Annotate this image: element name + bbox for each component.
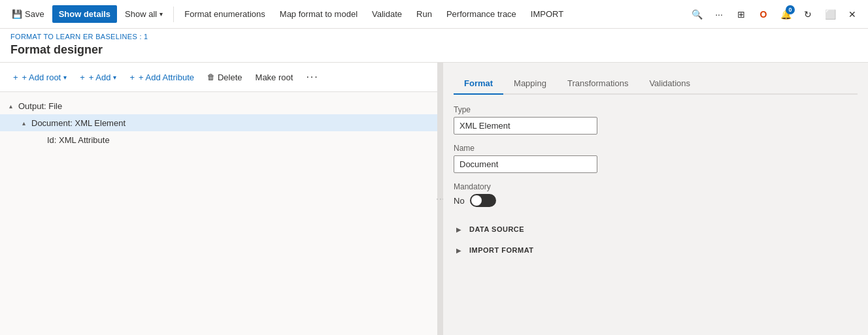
show-details-button[interactable]: Show details bbox=[52, 5, 117, 23]
tree-label-id: Id: XML Attribute bbox=[47, 135, 110, 145]
save-icon: 💾 bbox=[12, 9, 22, 19]
add-root-button[interactable]: + + Add root ▾ bbox=[8, 69, 72, 86]
action-toolbar: + + Add root ▾ + + Add ▾ + + Add Attribu… bbox=[0, 63, 437, 92]
tab-validations[interactable]: Validations bbox=[639, 73, 701, 95]
close-icon: ✕ bbox=[848, 9, 856, 20]
more-icon: ··· bbox=[715, 9, 723, 20]
add-chevron-icon: ▾ bbox=[113, 74, 116, 81]
notification-button[interactable]: 🔔 0 bbox=[775, 4, 796, 25]
left-panel: + + Add root ▾ + + Add ▾ + + Add Attribu… bbox=[0, 63, 438, 335]
show-all-button[interactable]: Show all ▾ bbox=[118, 5, 169, 23]
add-root-chevron-icon: ▾ bbox=[63, 74, 67, 81]
office-button[interactable]: O bbox=[753, 4, 774, 25]
name-field-group: Name bbox=[454, 144, 858, 173]
office-icon: O bbox=[760, 9, 767, 20]
tree-item-document[interactable]: ▴ Document: XML Element bbox=[0, 114, 437, 131]
more-actions-button[interactable]: ··· bbox=[301, 68, 324, 86]
panel-resize-handle[interactable]: ⋮ bbox=[438, 63, 443, 335]
mandatory-toggle[interactable] bbox=[470, 194, 496, 207]
toggle-knob bbox=[471, 195, 482, 206]
type-input[interactable] bbox=[454, 117, 597, 135]
notification-badge: 0 bbox=[786, 5, 795, 14]
validate-button[interactable]: Validate bbox=[365, 5, 409, 23]
app-container: 💾 Save Show details Show all ▾ Format en… bbox=[0, 0, 868, 335]
tab-bar: Format Mapping Transformations Validatio… bbox=[454, 73, 858, 95]
add-icon: + bbox=[80, 72, 85, 82]
close-button[interactable]: ✕ bbox=[842, 4, 863, 25]
map-format-button[interactable]: Map format to model bbox=[273, 5, 364, 23]
add-root-icon: + bbox=[13, 72, 18, 82]
data-source-chevron-icon: ▶ bbox=[456, 226, 464, 233]
page-title: Format designer bbox=[10, 40, 858, 62]
tab-mapping[interactable]: Mapping bbox=[503, 73, 557, 95]
chevron-down-icon: ▾ bbox=[159, 10, 163, 18]
mandatory-toggle-label: No bbox=[454, 196, 465, 206]
more-options-button[interactable]: ··· bbox=[709, 4, 729, 25]
name-input[interactable] bbox=[454, 155, 597, 173]
tree-label-document: Document: XML Element bbox=[31, 118, 125, 128]
delete-button[interactable]: 🗑 Delete bbox=[202, 69, 248, 86]
mandatory-label: Mandatory bbox=[454, 182, 858, 191]
tab-transformations[interactable]: Transformations bbox=[557, 73, 639, 95]
type-field-group: Type bbox=[454, 105, 858, 135]
type-label: Type bbox=[454, 105, 858, 114]
grid-icon: ⊞ bbox=[737, 9, 745, 20]
restore-button[interactable]: ⬜ bbox=[820, 4, 841, 25]
search-button[interactable]: 🔍 bbox=[686, 4, 707, 25]
format-enumerations-button[interactable]: Format enumerations bbox=[178, 5, 272, 23]
panels-row: + + Add root ▾ + + Add ▾ + + Add Attribu… bbox=[0, 63, 868, 335]
data-source-section: ▶ DATA SOURCE bbox=[454, 221, 858, 237]
add-attribute-icon: + bbox=[129, 72, 135, 82]
separator-1 bbox=[173, 7, 174, 22]
tab-format[interactable]: Format bbox=[454, 73, 503, 95]
import-format-section: ▶ IMPORT FORMAT bbox=[454, 242, 858, 258]
grid-button[interactable]: ⊞ bbox=[731, 4, 752, 25]
mandatory-field-group: Mandatory No bbox=[454, 182, 858, 207]
expand-icon-id bbox=[34, 135, 44, 145]
performance-trace-button[interactable]: Performance trace bbox=[440, 5, 523, 23]
run-button[interactable]: Run bbox=[410, 5, 439, 23]
tree-label-output-file: Output: File bbox=[18, 101, 62, 111]
restore-icon: ⬜ bbox=[825, 9, 836, 20]
save-button[interactable]: 💾 Save bbox=[5, 5, 51, 23]
expand-icon-output: ▴ bbox=[5, 101, 16, 111]
import-format-chevron-icon: ▶ bbox=[456, 247, 464, 254]
refresh-button[interactable]: ↻ bbox=[797, 4, 818, 25]
delete-icon: 🗑 bbox=[207, 72, 215, 82]
breadcrumb-bar: FORMAT TO LEARN ER BASELINES : 1 Format … bbox=[0, 29, 868, 63]
right-panel: Format Mapping Transformations Validatio… bbox=[443, 63, 868, 335]
import-format-title: IMPORT FORMAT bbox=[469, 246, 534, 254]
tree: ▴ Output: File ▴ Document: XML Element I… bbox=[0, 92, 437, 335]
make-root-button[interactable]: Make root bbox=[250, 69, 299, 86]
tree-item-output-file[interactable]: ▴ Output: File bbox=[0, 97, 437, 114]
data-source-title: DATA SOURCE bbox=[469, 225, 524, 233]
expand-icon-document: ▴ bbox=[18, 118, 29, 128]
add-attribute-button[interactable]: + + Add Attribute bbox=[124, 69, 199, 86]
name-label: Name bbox=[454, 144, 858, 153]
add-button[interactable]: + + Add ▾ bbox=[75, 69, 122, 86]
import-format-header[interactable]: ▶ IMPORT FORMAT bbox=[454, 242, 858, 258]
data-source-header[interactable]: ▶ DATA SOURCE bbox=[454, 221, 858, 237]
tree-item-id[interactable]: Id: XML Attribute bbox=[0, 131, 437, 148]
refresh-icon: ↻ bbox=[804, 9, 812, 20]
breadcrumb: FORMAT TO LEARN ER BASELINES : 1 bbox=[10, 33, 858, 40]
search-icon: 🔍 bbox=[692, 9, 703, 20]
import-button[interactable]: IMPORT bbox=[524, 5, 570, 23]
top-toolbar: 💾 Save Show details Show all ▾ Format en… bbox=[0, 0, 868, 29]
mandatory-toggle-group: No bbox=[454, 194, 858, 207]
